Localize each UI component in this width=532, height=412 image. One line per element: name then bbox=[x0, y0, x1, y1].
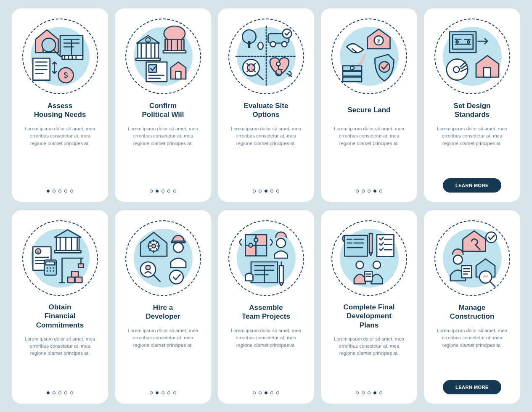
svg-rect-41 bbox=[54, 251, 81, 253]
svg-rect-22 bbox=[248, 41, 250, 48]
dot[interactable] bbox=[47, 190, 50, 193]
dot[interactable] bbox=[373, 391, 376, 394]
dot[interactable] bbox=[276, 190, 279, 193]
card-set-design: Set Design Standards Lorem ipsum dolor s… bbox=[424, 8, 520, 202]
card-description: Lorem ipsum dolor sit amet, mea erroribu… bbox=[19, 125, 101, 147]
dot[interactable] bbox=[265, 190, 267, 193]
svg-point-19 bbox=[281, 42, 287, 47]
card-title: Secure Land bbox=[347, 101, 390, 119]
svg-point-49 bbox=[53, 267, 54, 269]
card-assemble-team: Assemble Team Projects Lorem ipsum dolor… bbox=[218, 210, 314, 404]
card-description: Lorem ipsum dolor sit amet, mea erroribu… bbox=[431, 327, 513, 349]
card-title: Assemble Team Projects bbox=[242, 303, 290, 321]
dot[interactable] bbox=[368, 391, 371, 394]
card-description: Lorem ipsum dolor sit amet, mea erroribu… bbox=[19, 335, 101, 357]
illustration-assess-housing-icon: $ bbox=[22, 18, 98, 94]
svg-text:$: $ bbox=[147, 39, 149, 42]
svg-point-51 bbox=[49, 270, 51, 272]
pagination-dots bbox=[253, 182, 279, 193]
dot[interactable] bbox=[270, 391, 273, 394]
dot[interactable] bbox=[167, 391, 170, 394]
dot[interactable] bbox=[53, 190, 56, 193]
pagination-dots bbox=[150, 182, 176, 193]
dot[interactable] bbox=[253, 391, 256, 394]
svg-point-33 bbox=[379, 62, 389, 72]
dot[interactable] bbox=[58, 391, 61, 394]
dot[interactable] bbox=[379, 190, 382, 193]
card-title: Manage Construction bbox=[450, 303, 495, 321]
dot[interactable] bbox=[70, 190, 73, 193]
dot[interactable] bbox=[373, 190, 376, 193]
dot[interactable] bbox=[259, 391, 262, 394]
pagination-dots bbox=[150, 384, 176, 394]
card-obtain-financial: $ Obtain Financial Co bbox=[12, 210, 108, 404]
dot[interactable] bbox=[58, 190, 61, 193]
card-title: Confirm Political Will bbox=[142, 101, 184, 119]
svg-point-18 bbox=[270, 42, 275, 47]
svg-rect-15 bbox=[148, 65, 156, 72]
dot[interactable] bbox=[64, 391, 67, 394]
dot[interactable] bbox=[356, 190, 359, 193]
svg-point-52 bbox=[53, 270, 54, 272]
svg-point-79 bbox=[486, 232, 496, 243]
svg-point-80 bbox=[453, 255, 463, 264]
dot[interactable] bbox=[53, 391, 56, 394]
svg-rect-53 bbox=[78, 264, 84, 268]
card-title: Complete Final Development Plans bbox=[344, 303, 395, 330]
dot[interactable] bbox=[156, 391, 159, 394]
svg-rect-73 bbox=[344, 235, 367, 256]
dot[interactable] bbox=[161, 391, 164, 394]
dot[interactable] bbox=[379, 391, 382, 394]
dot[interactable] bbox=[70, 391, 73, 394]
dot[interactable] bbox=[270, 190, 273, 193]
card-title: Set Design Standards bbox=[454, 101, 491, 119]
illustration-financial-commitments-icon: $ bbox=[22, 220, 98, 296]
dot[interactable] bbox=[167, 190, 170, 193]
svg-rect-55 bbox=[75, 277, 82, 283]
card-description: Lorem ipsum dolor sit amet, mea erroribu… bbox=[431, 125, 513, 147]
dot[interactable] bbox=[362, 391, 365, 394]
dot[interactable] bbox=[161, 190, 164, 193]
dot[interactable] bbox=[64, 190, 67, 193]
dot[interactable] bbox=[368, 190, 371, 193]
dot[interactable] bbox=[356, 391, 359, 394]
dot[interactable] bbox=[150, 391, 153, 394]
card-description: Lorem ipsum dolor sit amet, mea erroribu… bbox=[122, 125, 204, 147]
svg-text:$: $ bbox=[351, 67, 353, 71]
dot[interactable] bbox=[276, 391, 279, 394]
svg-rect-72 bbox=[279, 266, 283, 283]
dot[interactable] bbox=[173, 190, 176, 193]
learn-more-button[interactable]: LEARN MORE bbox=[443, 380, 501, 394]
svg-rect-9 bbox=[163, 51, 186, 53]
svg-point-47 bbox=[46, 267, 48, 269]
svg-point-20 bbox=[282, 29, 291, 38]
illustration-design-standards-icon bbox=[434, 18, 510, 94]
dot[interactable] bbox=[362, 190, 365, 193]
dot[interactable] bbox=[150, 190, 153, 193]
dot[interactable] bbox=[47, 391, 50, 394]
svg-point-63 bbox=[169, 270, 183, 284]
svg-text:$: $ bbox=[37, 250, 39, 254]
card-description: Lorem ipsum dolor sit amet, mea erroribu… bbox=[328, 335, 410, 357]
svg-point-50 bbox=[46, 270, 48, 272]
dot[interactable] bbox=[156, 190, 159, 193]
svg-rect-13 bbox=[136, 58, 160, 61]
dot[interactable] bbox=[259, 190, 262, 193]
dot[interactable] bbox=[265, 391, 267, 394]
svg-point-48 bbox=[49, 267, 51, 269]
svg-rect-54 bbox=[68, 277, 74, 283]
svg-point-77 bbox=[373, 261, 381, 269]
svg-rect-74 bbox=[369, 234, 372, 253]
svg-rect-38 bbox=[484, 68, 490, 77]
illustration-hire-developer-icon bbox=[125, 220, 201, 296]
dot[interactable] bbox=[173, 391, 176, 394]
svg-rect-46 bbox=[45, 262, 55, 265]
card-assess-housing: $ Assess Housing Needs Lorem ipsum dolor… bbox=[12, 8, 108, 202]
learn-more-button[interactable]: LEARN MORE bbox=[443, 178, 501, 193]
dot[interactable] bbox=[253, 190, 256, 193]
card-title: Evaluate Site Options bbox=[244, 101, 288, 119]
onboarding-grid: $ Assess Housing Needs Lorem ipsum dolor… bbox=[12, 8, 520, 404]
svg-point-23 bbox=[276, 62, 280, 66]
svg-point-58 bbox=[152, 244, 156, 248]
card-description: Lorem ipsum dolor sit amet, mea erroribu… bbox=[122, 327, 204, 349]
